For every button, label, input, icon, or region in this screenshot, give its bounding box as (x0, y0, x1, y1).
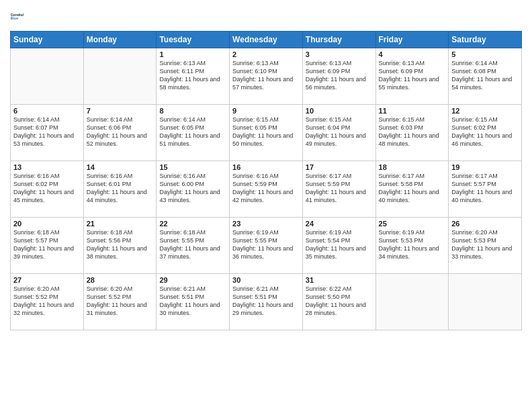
day-info: Sunrise: 6:20 AM Sunset: 5:52 PM Dayligh… (13, 285, 81, 318)
logo-icon: General Blue (10, 7, 29, 26)
day-info: Sunrise: 6:15 AM Sunset: 6:03 PM Dayligh… (379, 116, 446, 148)
day-number: 3 (306, 50, 373, 58)
calendar-cell: 19Sunrise: 6:17 AM Sunset: 5:57 PM Dayli… (449, 161, 522, 218)
calendar-table: SundayMondayTuesdayWednesdayThursdayFrid… (10, 31, 522, 330)
day-number: 11 (379, 107, 446, 115)
day-info: Sunrise: 6:17 AM Sunset: 5:58 PM Dayligh… (379, 172, 446, 205)
day-number: 25 (379, 220, 446, 228)
day-info: Sunrise: 6:14 AM Sunset: 6:08 PM Dayligh… (451, 59, 519, 92)
day-number: 16 (232, 163, 300, 171)
calendar-cell: 10Sunrise: 6:15 AM Sunset: 6:04 PM Dayli… (302, 105, 375, 161)
day-info: Sunrise: 6:19 AM Sunset: 5:53 PM Dayligh… (379, 228, 446, 261)
day-number: 29 (159, 276, 226, 284)
day-number: 27 (13, 276, 81, 284)
calendar-cell: 14Sunrise: 6:16 AM Sunset: 6:01 PM Dayli… (83, 161, 157, 218)
day-info: Sunrise: 6:16 AM Sunset: 6:01 PM Dayligh… (87, 172, 154, 205)
calendar-week-1: 6Sunrise: 6:14 AM Sunset: 6:07 PM Daylig… (11, 105, 522, 161)
page: General Blue SundayMondayTuesdayWednesda… (0, 0, 532, 411)
day-number: 10 (306, 107, 373, 115)
day-info: Sunrise: 6:14 AM Sunset: 6:05 PM Dayligh… (159, 116, 226, 148)
day-number: 22 (159, 220, 226, 228)
day-info: Sunrise: 6:14 AM Sunset: 6:07 PM Dayligh… (13, 116, 81, 148)
day-info: Sunrise: 6:14 AM Sunset: 6:06 PM Dayligh… (87, 116, 154, 148)
calendar-cell: 26Sunrise: 6:20 AM Sunset: 5:53 PM Dayli… (449, 218, 522, 274)
day-number: 23 (232, 220, 300, 228)
calendar-body: 1Sunrise: 6:13 AM Sunset: 6:11 PM Daylig… (11, 48, 522, 330)
day-info: Sunrise: 6:13 AM Sunset: 6:09 PM Dayligh… (306, 59, 373, 92)
day-number: 7 (87, 107, 154, 115)
day-number: 21 (87, 220, 154, 228)
day-info: Sunrise: 6:20 AM Sunset: 5:53 PM Dayligh… (451, 228, 519, 261)
day-number: 13 (13, 163, 81, 171)
day-number: 28 (87, 276, 154, 284)
day-info: Sunrise: 6:18 AM Sunset: 5:57 PM Dayligh… (13, 228, 81, 261)
day-number: 12 (451, 107, 519, 115)
calendar-cell (11, 48, 84, 105)
calendar-cell: 4Sunrise: 6:13 AM Sunset: 6:09 PM Daylig… (375, 48, 449, 105)
calendar-cell (83, 48, 157, 105)
weekday-header-thursday: Thursday (302, 32, 375, 48)
calendar-week-0: 1Sunrise: 6:13 AM Sunset: 6:11 PM Daylig… (11, 48, 522, 105)
calendar-cell: 15Sunrise: 6:16 AM Sunset: 6:00 PM Dayli… (157, 161, 230, 218)
day-number: 30 (232, 276, 300, 284)
day-number: 4 (379, 50, 446, 58)
calendar-cell (375, 274, 449, 330)
day-number: 26 (451, 220, 519, 228)
day-number: 14 (87, 163, 154, 171)
day-info: Sunrise: 6:18 AM Sunset: 5:56 PM Dayligh… (87, 228, 154, 261)
day-number: 31 (306, 276, 373, 284)
calendar-cell: 30Sunrise: 6:21 AM Sunset: 5:51 PM Dayli… (230, 274, 303, 330)
day-info: Sunrise: 6:13 AM Sunset: 6:09 PM Dayligh… (379, 59, 446, 92)
weekday-header-monday: Monday (83, 32, 157, 48)
weekday-header-sunday: Sunday (11, 32, 84, 48)
calendar-cell: 27Sunrise: 6:20 AM Sunset: 5:52 PM Dayli… (11, 274, 84, 330)
day-info: Sunrise: 6:21 AM Sunset: 5:51 PM Dayligh… (159, 285, 226, 318)
calendar-cell: 5Sunrise: 6:14 AM Sunset: 6:08 PM Daylig… (449, 48, 522, 105)
day-number: 2 (232, 50, 300, 58)
day-number: 18 (379, 163, 446, 171)
calendar-cell: 29Sunrise: 6:21 AM Sunset: 5:51 PM Dayli… (157, 274, 230, 330)
calendar-cell: 7Sunrise: 6:14 AM Sunset: 6:06 PM Daylig… (83, 105, 157, 161)
day-number: 17 (306, 163, 373, 171)
logo: General Blue (10, 7, 29, 26)
day-number: 6 (13, 107, 81, 115)
day-info: Sunrise: 6:17 AM Sunset: 5:57 PM Dayligh… (451, 172, 519, 205)
calendar-cell: 6Sunrise: 6:14 AM Sunset: 6:07 PM Daylig… (11, 105, 84, 161)
calendar-header: SundayMondayTuesdayWednesdayThursdayFrid… (11, 32, 522, 48)
day-number: 15 (159, 163, 226, 171)
day-number: 19 (451, 163, 519, 171)
calendar-cell: 17Sunrise: 6:17 AM Sunset: 5:59 PM Dayli… (302, 161, 375, 218)
day-info: Sunrise: 6:18 AM Sunset: 5:55 PM Dayligh… (159, 228, 226, 261)
calendar-cell: 28Sunrise: 6:20 AM Sunset: 5:52 PM Dayli… (83, 274, 157, 330)
weekday-header-saturday: Saturday (449, 32, 522, 48)
calendar-cell: 9Sunrise: 6:15 AM Sunset: 6:05 PM Daylig… (230, 105, 303, 161)
calendar-cell: 11Sunrise: 6:15 AM Sunset: 6:03 PM Dayli… (375, 105, 449, 161)
weekday-header-tuesday: Tuesday (157, 32, 230, 48)
day-number: 8 (159, 107, 226, 115)
calendar-cell: 24Sunrise: 6:19 AM Sunset: 5:54 PM Dayli… (302, 218, 375, 274)
day-info: Sunrise: 6:17 AM Sunset: 5:59 PM Dayligh… (306, 172, 373, 205)
svg-text:Blue: Blue (11, 16, 18, 20)
day-info: Sunrise: 6:13 AM Sunset: 6:10 PM Dayligh… (232, 59, 300, 92)
day-number: 1 (159, 50, 226, 58)
weekday-header-wednesday: Wednesday (230, 32, 303, 48)
day-info: Sunrise: 6:16 AM Sunset: 6:00 PM Dayligh… (159, 172, 226, 205)
calendar-week-4: 27Sunrise: 6:20 AM Sunset: 5:52 PM Dayli… (11, 274, 522, 330)
calendar-cell: 8Sunrise: 6:14 AM Sunset: 6:05 PM Daylig… (157, 105, 230, 161)
day-info: Sunrise: 6:20 AM Sunset: 5:52 PM Dayligh… (87, 285, 154, 318)
day-number: 20 (13, 220, 81, 228)
calendar-cell: 21Sunrise: 6:18 AM Sunset: 5:56 PM Dayli… (83, 218, 157, 274)
header: General Blue (10, 7, 522, 26)
calendar-cell: 2Sunrise: 6:13 AM Sunset: 6:10 PM Daylig… (230, 48, 303, 105)
day-info: Sunrise: 6:19 AM Sunset: 5:55 PM Dayligh… (232, 228, 300, 261)
calendar-cell: 18Sunrise: 6:17 AM Sunset: 5:58 PM Dayli… (375, 161, 449, 218)
calendar-cell (449, 274, 522, 330)
calendar-cell: 22Sunrise: 6:18 AM Sunset: 5:55 PM Dayli… (157, 218, 230, 274)
day-info: Sunrise: 6:21 AM Sunset: 5:51 PM Dayligh… (232, 285, 300, 318)
calendar-week-3: 20Sunrise: 6:18 AM Sunset: 5:57 PM Dayli… (11, 218, 522, 274)
calendar-cell: 13Sunrise: 6:16 AM Sunset: 6:02 PM Dayli… (11, 161, 84, 218)
day-info: Sunrise: 6:15 AM Sunset: 6:04 PM Dayligh… (306, 116, 373, 148)
day-number: 5 (451, 50, 519, 58)
day-info: Sunrise: 6:15 AM Sunset: 6:05 PM Dayligh… (232, 116, 300, 148)
day-number: 24 (306, 220, 373, 228)
